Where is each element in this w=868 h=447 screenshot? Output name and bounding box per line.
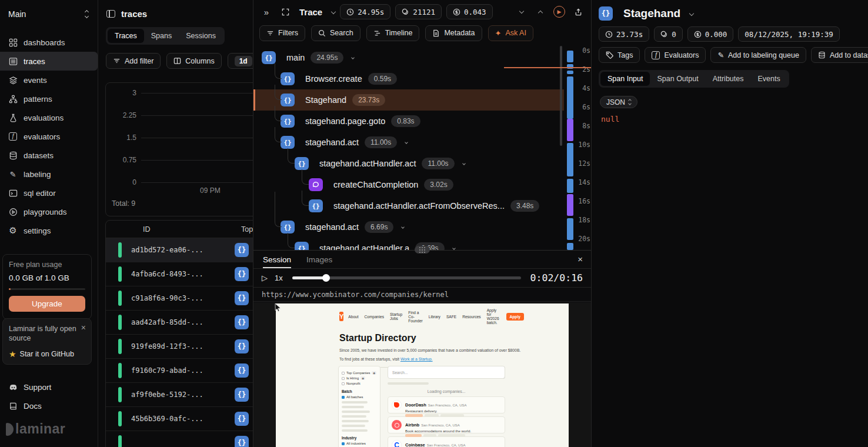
document-icon	[432, 29, 440, 37]
docs-link[interactable]: Docs	[0, 396, 50, 415]
gear-icon: ⚙	[8, 226, 18, 235]
tab-spans[interactable]: Spans	[144, 29, 179, 43]
span-row[interactable]: {} stagehand.act 11.00s	[253, 132, 564, 153]
table-row[interactable]: f9160c79-abad-... {} S	[106, 359, 253, 383]
sidebar-item-settings[interactable]: ⚙ settings	[0, 221, 98, 240]
chevron-down-icon[interactable]	[352, 56, 355, 59]
table-row[interactable]: af9f0ebe-5192-... {} B	[106, 383, 253, 407]
sidebar-item-patterns[interactable]: patterns	[0, 89, 98, 108]
table-row[interactable]: 4afba6cd-8493-... {} B	[106, 262, 253, 286]
tab-attributes[interactable]: Attributes	[706, 72, 751, 86]
metadata-button[interactable]: Metadata	[425, 25, 482, 41]
close-icon[interactable]: ×	[577, 254, 583, 264]
chevron-down-icon[interactable]	[452, 246, 456, 250]
span-row[interactable]: {} stagehand.actHandler.actFromObserveRe…	[253, 195, 564, 216]
sidebar-item-traces[interactable]: traces	[0, 52, 98, 71]
upgrade-button[interactable]: Upgrade	[9, 296, 85, 312]
ask-ai-button[interactable]: ✦ Ask AI	[488, 25, 533, 41]
span-row-main[interactable]: {} main 24.95s	[253, 47, 564, 68]
sidebar-item-evaluators[interactable]: ƒ evaluators	[0, 127, 98, 146]
braces-icon: {}	[281, 115, 295, 128]
add-to-dataset-button[interactable]: Add to dataset	[811, 47, 868, 63]
sidebar-item-datasets[interactable]: datasets	[0, 146, 98, 165]
share-icon[interactable]	[571, 5, 585, 19]
sidebar-item-label: dashboards	[24, 38, 65, 47]
session-panel: Session Images × ▷ 1x 0:02/0:16 https://…	[253, 250, 591, 447]
slider-thumb[interactable]	[322, 274, 330, 282]
table-row[interactable]: 919fe89d-12f3-... {} S	[106, 335, 253, 359]
span-row[interactable]: {} stagehand.page.goto 0.83s	[253, 111, 564, 132]
playback-slider[interactable]	[292, 276, 521, 279]
braces-icon: {}	[235, 436, 249, 447]
columns-button[interactable]: Columns	[166, 53, 221, 69]
braces-icon: {}	[281, 72, 295, 85]
add-filter-button[interactable]: Add filter	[106, 53, 161, 69]
column-header-id[interactable]: ID	[106, 225, 241, 233]
tab-traces[interactable]: Traces	[108, 29, 144, 43]
span-detail-tabs: Span Input Span Output Attributes Events	[599, 70, 789, 88]
sidebar-item-playgrounds[interactable]: playgrounds	[0, 202, 98, 221]
play-button[interactable]: ▷	[262, 273, 268, 282]
status-bar	[118, 315, 122, 330]
tab-images[interactable]: Images	[306, 251, 332, 268]
timeline-tick: 14s	[575, 178, 590, 186]
collapse-panel-icon[interactable]: »	[259, 5, 273, 19]
session-replay-icon[interactable]: ▶	[552, 5, 566, 19]
range-chip[interactable]: 1d	[235, 56, 252, 66]
close-icon[interactable]: ×	[81, 323, 86, 332]
span-row[interactable]: {} stagehand.actHandler.a 6.69s	[253, 238, 564, 250]
clock-icon	[605, 31, 613, 38]
table-row[interactable]: 45b6b369-0afc-... {} S	[106, 407, 253, 431]
status-bar	[118, 339, 122, 354]
trace-timeline-minimap[interactable]: 0s 2s 4s 6s 8s 10s 12s 14s 16s 18s 20s	[563, 41, 591, 250]
panel-toggle-icon[interactable]	[106, 10, 115, 18]
playback-speed[interactable]: 1x	[275, 273, 283, 282]
table-row[interactable]: aad42afb-85dd-... {} B	[106, 311, 253, 335]
sidebar-item-labeling[interactable]: ✎ labeling	[0, 165, 98, 184]
timeline-button[interactable]: Timeline	[366, 25, 420, 41]
tab-span-input[interactable]: Span Input	[600, 72, 650, 86]
add-to-labeling-queue-button[interactable]: ✎ Add to labeling queue	[710, 47, 806, 63]
format-select[interactable]: JSON	[600, 96, 637, 108]
tab-events[interactable]: Events	[750, 72, 787, 86]
span-row[interactable]: createChatCompletion 3.02s	[253, 174, 564, 195]
github-star-link[interactable]: ★ Star it on GitHub	[9, 349, 85, 359]
braces-icon: {}	[281, 136, 295, 149]
tree-connector	[275, 64, 282, 79]
tab-span-output[interactable]: Span Output	[650, 72, 705, 86]
table-row[interactable]: {}	[106, 431, 253, 447]
chevron-down-icon[interactable]	[405, 141, 408, 144]
tokens-icon	[660, 31, 668, 38]
chevron-down-icon[interactable]	[462, 162, 466, 165]
date-range-button[interactable]: 1d	[228, 53, 253, 69]
tab-sessions[interactable]: Sessions	[179, 29, 223, 43]
status-bar	[118, 242, 122, 258]
table-row[interactable]: c91a8f6a-90c3-... {} S	[106, 286, 253, 311]
prev-span-icon[interactable]	[533, 5, 547, 19]
tags-button[interactable]: Tags	[599, 47, 640, 63]
sidebar-item-events[interactable]: events	[0, 71, 98, 89]
sidebar-item-evaluations[interactable]: evaluations	[0, 108, 98, 127]
span-row[interactable]: {} stagehand.actHandler.act 11.00s	[253, 153, 564, 174]
sidebar-item-sql-editor[interactable]: sql editor	[0, 184, 98, 202]
span-row[interactable]: {} Browser.create 0.59s	[253, 68, 564, 89]
sidebar-item-dashboards[interactable]: dashboards	[0, 33, 98, 52]
chevron-down-icon[interactable]	[402, 225, 405, 229]
evaluators-button[interactable]: ƒ Evaluators	[645, 47, 706, 63]
search-button[interactable]: Search	[311, 25, 360, 41]
support-link[interactable]: Support	[0, 378, 59, 396]
span-row-selected[interactable]: {} Stagehand 23.73s	[253, 89, 564, 111]
workspace-selector[interactable]: Main	[0, 0, 98, 25]
chevron-down-icon[interactable]	[689, 11, 694, 16]
filters-button[interactable]: Filters	[259, 25, 305, 41]
span-row[interactable]: {} stagehand.act 6.69s	[253, 216, 564, 238]
scrollbar-thumb[interactable]	[560, 46, 562, 146]
tab-session[interactable]: Session	[263, 251, 291, 268]
table-row[interactable]: ad1bd572-ea06-... {} m	[106, 238, 253, 262]
playback-position-line	[504, 67, 591, 68]
next-span-icon[interactable]	[515, 5, 529, 19]
column-header-top-level[interactable]: Top lev	[241, 225, 253, 233]
chevron-down-icon[interactable]	[331, 9, 336, 14]
expand-icon[interactable]	[278, 5, 292, 19]
span-duration: 0.83s	[391, 115, 420, 127]
